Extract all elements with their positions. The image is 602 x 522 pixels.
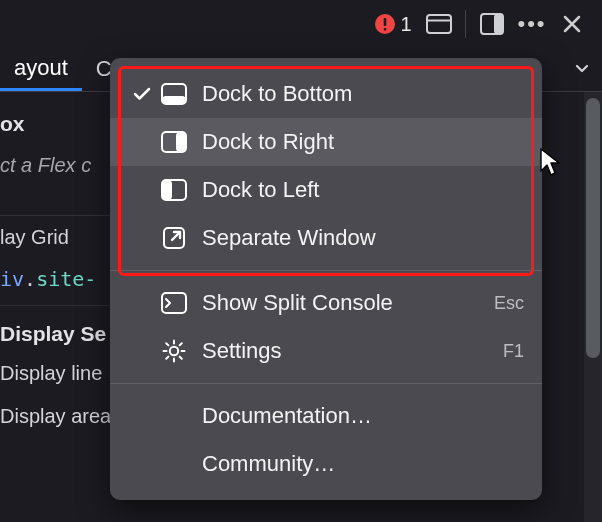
menu-item-label: Dock to Bottom	[202, 81, 524, 107]
svg-line-25	[166, 357, 168, 359]
svg-line-24	[180, 343, 182, 345]
menu-item-separate-window[interactable]: Separate Window	[110, 214, 542, 262]
menu-item-dock-left[interactable]: Dock to Left	[110, 166, 542, 214]
menu-item-label: Separate Window	[202, 225, 524, 251]
menu-item-accel: F1	[503, 341, 524, 362]
split-console-icon	[156, 292, 192, 314]
dock-left-icon	[156, 179, 192, 201]
top-toolbar: 1 •••	[0, 0, 602, 48]
separate-window-icon	[156, 226, 192, 250]
tab-layout-label: ayout	[14, 55, 68, 81]
svg-rect-12	[176, 132, 186, 152]
svg-point-17	[170, 347, 178, 355]
more-options-button[interactable]: •••	[512, 4, 552, 44]
menu-item-split-console[interactable]: Show Split Console Esc	[110, 279, 542, 327]
scrollbar-thumb[interactable]	[586, 98, 600, 358]
devtools-options-menu: Dock to Bottom Dock to Right Dock to Lef…	[110, 58, 542, 500]
dock-side-button[interactable]	[472, 4, 512, 44]
menu-item-dock-bottom[interactable]: Dock to Bottom	[110, 70, 542, 118]
menu-item-label: Dock to Right	[202, 129, 524, 155]
dock-icon	[480, 13, 504, 35]
svg-rect-10	[162, 96, 186, 104]
menu-item-settings[interactable]: Settings F1	[110, 327, 542, 375]
dock-right-icon	[156, 131, 192, 153]
menu-separator	[110, 270, 542, 271]
responsive-design-mode-button[interactable]	[419, 4, 459, 44]
menu-item-label: Dock to Left	[202, 177, 524, 203]
code-classname: site-	[36, 267, 96, 291]
chevron-down-icon	[575, 64, 589, 74]
close-icon	[562, 14, 582, 34]
error-icon	[374, 13, 396, 35]
menu-item-accel: Esc	[494, 293, 524, 314]
tab-layout[interactable]: ayout	[0, 47, 82, 91]
mouse-cursor	[540, 148, 564, 178]
menu-item-label: Settings	[202, 338, 491, 364]
error-indicator[interactable]: 1	[373, 4, 413, 44]
menu-item-dock-right[interactable]: Dock to Right	[110, 118, 542, 166]
gear-icon	[156, 339, 192, 363]
svg-rect-2	[384, 28, 387, 31]
check-icon	[128, 87, 156, 101]
meatballs-icon: •••	[517, 11, 546, 37]
error-count: 1	[400, 13, 411, 36]
svg-rect-1	[384, 18, 387, 26]
toolbar-separator	[465, 10, 466, 38]
svg-line-23	[180, 357, 182, 359]
tab-overflow-dropdown[interactable]	[562, 47, 602, 91]
dock-bottom-icon	[156, 83, 192, 105]
code-tagname: iv	[0, 267, 24, 291]
svg-rect-14	[162, 180, 172, 200]
svg-rect-3	[427, 15, 451, 33]
menu-item-community[interactable]: Community…	[110, 440, 542, 488]
menu-item-label: Documentation…	[202, 403, 524, 429]
svg-rect-16	[162, 293, 186, 313]
vertical-scrollbar[interactable]	[584, 92, 602, 522]
panel-icon	[426, 14, 452, 34]
menu-item-label: Show Split Console	[202, 290, 482, 316]
menu-separator	[110, 383, 542, 384]
close-devtools-button[interactable]	[552, 4, 592, 44]
menu-item-label: Community…	[202, 451, 524, 477]
menu-item-documentation[interactable]: Documentation…	[110, 392, 542, 440]
svg-line-22	[166, 343, 168, 345]
svg-rect-6	[494, 14, 503, 34]
